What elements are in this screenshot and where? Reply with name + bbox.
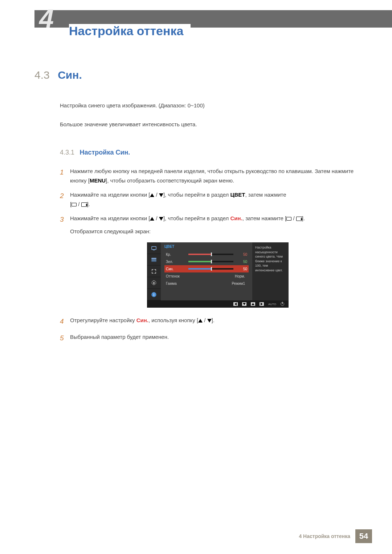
osd-nav-up-icon: [251, 302, 255, 306]
osd-val-gamma: Режим1: [188, 282, 247, 286]
step-number: 1: [60, 167, 70, 185]
osd-row-blue-selected: Син. 50: [164, 265, 249, 272]
osd-val-red: 50: [236, 253, 247, 257]
osd-label-tint: Оттенок: [166, 274, 188, 278]
down-arrow-icon: [159, 193, 163, 197]
step-3-after: Отобразится следующий экран:: [70, 227, 363, 236]
down-arrow-icon: [159, 217, 163, 221]
step-3: 3 Нажимайте на изделии кнопки [ / ], что…: [60, 214, 363, 236]
section-title: Син.: [58, 69, 82, 81]
osd-val-tint: Норм.: [188, 274, 247, 278]
step-2: 2 Нажимайте на изделии кнопки [ / ], что…: [60, 190, 363, 209]
osd-val-blue: 50: [236, 267, 247, 271]
step-number: 2: [60, 190, 70, 209]
up-arrow-icon: [150, 217, 154, 221]
section-number: 4.3: [34, 69, 50, 81]
osd-help-text: Настройка насыщенности синего цвета. Чем…: [252, 242, 289, 300]
osd-nav-down-icon: [242, 302, 246, 306]
osd-row-red: Кр. 50: [164, 251, 249, 258]
chapter-number: 4: [39, 4, 52, 33]
text: ], чтобы перейти в раздел: [163, 192, 230, 198]
svg-rect-3: [151, 259, 156, 260]
source-icon: [286, 217, 291, 221]
step-text: Нажимайте на изделии кнопки [ / ], чтобы…: [70, 214, 363, 236]
step-text: Нажимайте на изделии кнопки [ / ], чтобы…: [70, 190, 363, 209]
enter-icon: [296, 217, 302, 221]
osd-val-green: 50: [236, 260, 247, 264]
content: 4.3 Син. Настройка синего цвета изображе…: [34, 69, 363, 349]
step-number: 4: [60, 316, 70, 327]
osd-main-panel: ЦВЕТ Кр. 50 Зел. 50 Син. 50: [161, 242, 252, 300]
text: , затем нажмите [: [242, 215, 286, 221]
svg-rect-8: [154, 293, 154, 294]
osd-side-size-icon: [147, 266, 161, 277]
svg-rect-1: [153, 250, 155, 250]
up-arrow-icon: [150, 193, 154, 197]
keyword-blue: Син.: [230, 215, 242, 221]
page-header: 4 Настройка оттенка: [0, 10, 392, 36]
svg-rect-7: [154, 294, 154, 296]
osd-label-red: Кр.: [166, 253, 188, 257]
keyword-color: ЦВЕТ: [230, 192, 245, 198]
intro-paragraph-2: Большое значение увеличивает интенсивнос…: [60, 120, 363, 129]
osd-side-settings-icon: [147, 277, 161, 289]
osd-row-tint: Оттенок Норм.: [164, 272, 249, 280]
osd-nav-left-icon: [233, 302, 238, 306]
osd-label-gamma: Гамма: [166, 282, 188, 286]
step-number: 3: [60, 214, 70, 236]
osd-nav-bar: AUTO: [147, 300, 289, 308]
source-icon: [72, 203, 77, 206]
menu-keyword: MENU: [90, 177, 106, 184]
intro-paragraph-1: Настройка синего цвета изображения. (Диа…: [60, 101, 363, 110]
footer-text: 4 Настройка оттенка: [299, 533, 350, 539]
section-heading: 4.3 Син.: [34, 69, 363, 81]
osd-bar-green: [188, 261, 233, 262]
step-4: 4 Отрегулируйте настройку Син., использу…: [60, 316, 363, 327]
osd-nav-auto: AUTO: [268, 303, 276, 306]
enter-icon: [81, 202, 87, 207]
down-arrow-icon: [207, 319, 212, 323]
page-footer: 4 Настройка оттенка 54: [299, 529, 372, 543]
keyword-blue: Син.: [136, 317, 148, 323]
text: , затем нажмите: [245, 192, 286, 198]
text: Отрегулируйте настройку: [70, 317, 136, 323]
step-number: 5: [60, 332, 70, 344]
osd-side-brightness-icon: [147, 242, 161, 254]
osd-bar-blue: [188, 268, 233, 270]
text: Нажимайте на изделии кнопки [: [70, 192, 150, 198]
step-text: Выбранный параметр будет применен.: [70, 332, 363, 344]
osd-row-gamma: Гамма Режим1: [164, 280, 249, 287]
osd-side-color-icon: [147, 254, 161, 266]
osd-heading: ЦВЕТ: [164, 245, 249, 249]
svg-rect-0: [152, 246, 156, 249]
osd-nav-right-icon: [260, 302, 264, 306]
subsection-heading: 4.3.1 Настройка Син.: [60, 149, 363, 156]
osd-label-green: Зел.: [166, 260, 188, 264]
up-arrow-icon: [198, 319, 203, 323]
step-1: 1 Нажмите любую кнопку на передней панел…: [60, 167, 363, 185]
text: ].: [212, 317, 215, 323]
step-5: 5 Выбранный параметр будет применен.: [60, 332, 363, 344]
text: , используя кнопку [: [148, 317, 198, 323]
osd-sidebar: [147, 242, 161, 300]
svg-point-5: [153, 282, 155, 284]
header-title: Настройка оттенка: [69, 24, 191, 38]
subsection-title: Настройка Син.: [80, 149, 130, 156]
steps-list: 1 Нажмите любую кнопку на передней панел…: [60, 167, 363, 344]
osd-label-blue: Син.: [166, 267, 188, 271]
svg-rect-4: [151, 261, 156, 262]
subsection-number: 4.3.1: [60, 149, 74, 156]
osd-row-green: Зел. 50: [164, 258, 249, 265]
step-text: Отрегулируйте настройку Син., используя …: [70, 316, 363, 327]
svg-rect-2: [151, 258, 156, 259]
text: ], чтобы отобразить соответствующий экра…: [106, 177, 234, 184]
text: Нажимайте на изделии кнопки [: [70, 215, 150, 221]
osd-nav-power-icon: [281, 302, 284, 306]
osd-side-info-icon: [147, 289, 161, 300]
osd-bar-red: [188, 254, 233, 255]
text: ], чтобы перейти в раздел: [163, 215, 230, 221]
osd-menu: ЦВЕТ Кр. 50 Зел. 50 Син. 50: [147, 242, 289, 308]
step-text: Нажмите любую кнопку на передней панели …: [70, 167, 363, 185]
footer-page-number: 54: [355, 529, 372, 543]
